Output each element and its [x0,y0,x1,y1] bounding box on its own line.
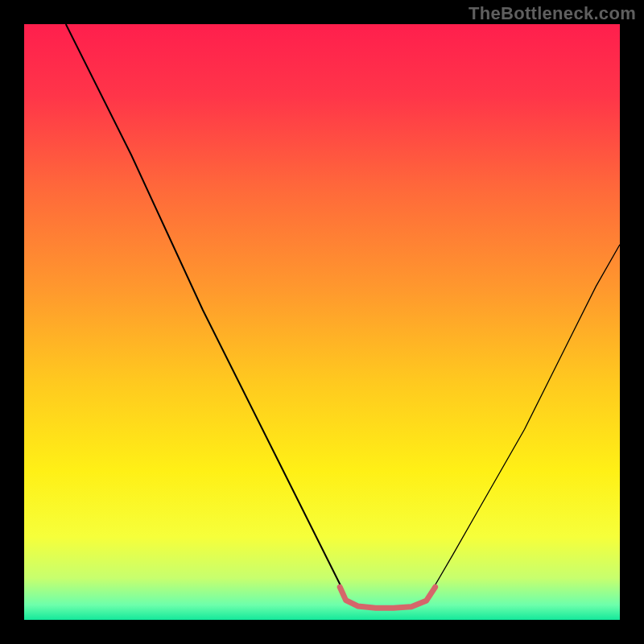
chart-svg [24,24,620,620]
chart-frame: TheBottleneck.com [0,0,644,644]
chart-background [24,24,620,620]
watermark-text: TheBottleneck.com [469,3,636,24]
chart-plot-area [24,24,620,620]
